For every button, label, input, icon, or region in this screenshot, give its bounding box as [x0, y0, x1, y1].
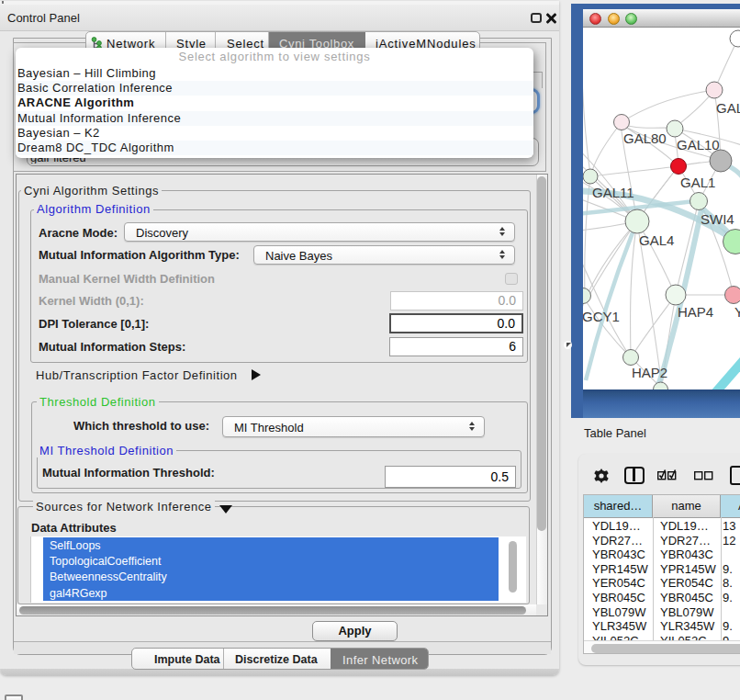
svg-text:Y: Y	[734, 304, 740, 320]
svg-text:GCY1: GCY1	[583, 309, 620, 324]
svg-text:GAL4: GAL4	[639, 232, 674, 248]
svg-text:GAL1: GAL1	[680, 175, 715, 190]
svg-text:GAL7: GAL7	[716, 100, 740, 116]
svg-text:SWI4: SWI4	[701, 211, 734, 227]
svg-text:GAL80: GAL80	[623, 130, 667, 146]
svg-text:HAP4: HAP4	[678, 304, 713, 320]
svg-text:HAP2: HAP2	[632, 365, 667, 380]
svg-text:GAL10: GAL10	[677, 137, 720, 152]
svg-text:GAL11: GAL11	[592, 185, 634, 200]
